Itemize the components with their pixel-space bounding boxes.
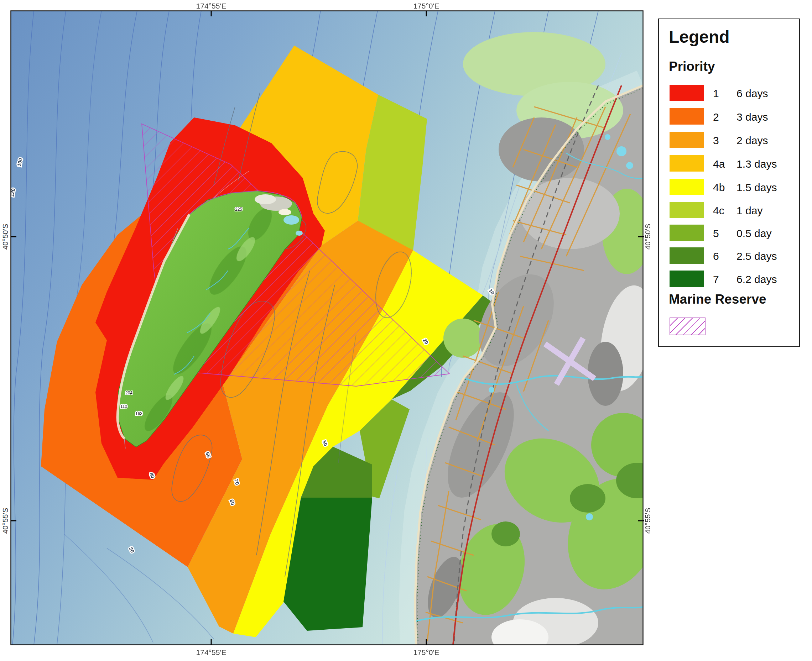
legend-panel: Legend Priority 1 6 days 2 3 days 3 2 da… bbox=[658, 19, 800, 347]
legend-row: 2 3 days bbox=[659, 108, 799, 125]
priority-label: 2 bbox=[713, 111, 719, 123]
priority-label: 7 bbox=[713, 273, 719, 286]
legend-row: 4a 1.3 days bbox=[659, 155, 799, 172]
lat-label-right-2: 40°55'S bbox=[644, 508, 652, 533]
priority-duration: 2.5 days bbox=[737, 250, 777, 262]
legend-row: 4c 1 day bbox=[659, 202, 799, 218]
lon-label-bottom-1: 174°55'E bbox=[196, 648, 227, 656]
priority-duration: 2 days bbox=[737, 134, 768, 147]
color-swatch bbox=[670, 85, 704, 101]
color-swatch bbox=[670, 202, 704, 218]
legend-title: Legend bbox=[669, 27, 730, 46]
color-swatch bbox=[670, 179, 704, 195]
color-swatch bbox=[670, 247, 704, 264]
svg-text:225: 225 bbox=[235, 207, 242, 212]
north-cliffs-light bbox=[255, 194, 276, 204]
lat-label-right-1: 40°50'S bbox=[644, 224, 652, 249]
priority-label: 4c bbox=[713, 205, 724, 217]
legend-row: 4b 1.5 days bbox=[659, 179, 799, 195]
lagoon bbox=[283, 216, 299, 225]
svg-text:163: 163 bbox=[135, 411, 142, 416]
priority-label: 3 bbox=[713, 134, 719, 147]
legend-row: 7 6.2 days bbox=[659, 270, 799, 287]
priority-duration: 6 days bbox=[737, 88, 768, 100]
priority-label: 1 bbox=[713, 88, 719, 100]
color-swatch bbox=[670, 155, 704, 172]
priority-heading: Priority bbox=[669, 59, 715, 74]
color-swatch bbox=[670, 108, 704, 125]
legend-row: 6 2.5 days bbox=[659, 247, 799, 264]
lat-label-left-2: 40°55'S bbox=[1, 508, 9, 533]
svg-text:204: 204 bbox=[125, 391, 133, 396]
marine-reserve-heading: Marine Reserve bbox=[669, 292, 766, 307]
priority-duration: 3 days bbox=[737, 111, 768, 123]
legend-row: 3 2 days bbox=[659, 132, 799, 148]
lon-label-top-1: 174°55'E bbox=[196, 2, 227, 10]
lagoon-small bbox=[296, 231, 303, 236]
map-document: 120 100 70 65 60 50 40 30 20 10 225 204 … bbox=[0, 0, 812, 661]
priority-duration: 1.5 days bbox=[737, 182, 777, 194]
color-swatch bbox=[670, 132, 704, 148]
priority-duration: 1.3 days bbox=[737, 158, 777, 170]
priority-duration: 1 day bbox=[737, 205, 762, 217]
marine-reserve-swatch bbox=[670, 318, 705, 335]
lon-label-top-2: 175°0'E bbox=[413, 2, 439, 10]
lon-label-bottom-2: 175°0'E bbox=[413, 648, 439, 656]
svg-text:110: 110 bbox=[120, 404, 127, 409]
priority-label: 6 bbox=[713, 250, 719, 262]
legend-row: 1 6 days bbox=[659, 85, 799, 101]
lat-label-left-1: 40°50'S bbox=[1, 224, 9, 249]
color-swatch bbox=[670, 270, 704, 287]
color-swatch bbox=[670, 225, 704, 241]
priority-duration: 6.2 days bbox=[737, 273, 777, 286]
priority-label: 4a bbox=[713, 158, 725, 170]
legend-row: 5 0.5 day bbox=[659, 225, 799, 241]
priority-label: 4b bbox=[713, 182, 725, 194]
priority-duration: 0.5 day bbox=[737, 227, 771, 239]
priority-label: 5 bbox=[713, 227, 719, 239]
north-sandspit bbox=[278, 209, 291, 216]
